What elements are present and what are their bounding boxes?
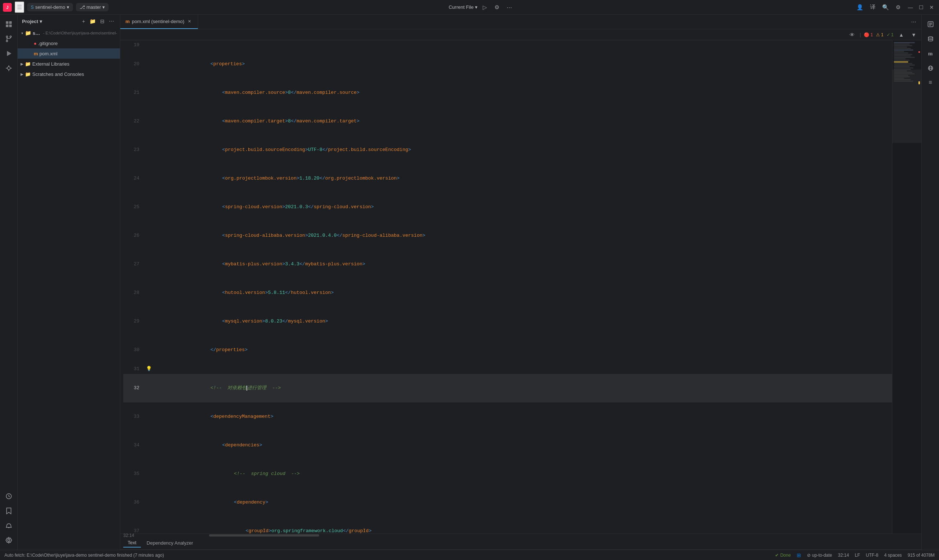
code-line-32: 32 <!-- 对依赖包进行管理 --> (123, 374, 892, 402)
line-text-25: <spring-cloud.version>2021.0.3</spring-c… (153, 193, 892, 222)
error-count[interactable]: 🔴 1 (864, 32, 873, 37)
tab-pom-xml[interactable]: m pom.xml (sentinel-demo) ✕ (120, 15, 198, 29)
code-content[interactable]: 19 20 <properties> 21 <m (120, 40, 892, 534)
activity-run[interactable] (2, 47, 15, 60)
title-bar-left: J ☰ S sentinel-demo ▾ ⎇ master ▾ (3, 2, 109, 13)
bottom-tab-dependency-label: Dependency Analyzer (147, 540, 193, 546)
activity-vcs[interactable] (2, 32, 15, 45)
search-button[interactable]: 🔍 (880, 3, 891, 12)
run-config-arrow: ▾ (475, 5, 478, 10)
status-position[interactable]: 32:14 (838, 553, 849, 558)
branch-selector[interactable]: ⎇ master ▾ (76, 3, 109, 11)
ln-21: 21 (123, 88, 145, 97)
line-text-24: <org.projectlombok.version>1.18.20</org.… (153, 164, 892, 193)
warning-count[interactable]: ⚠ 1 (876, 32, 883, 37)
hide-toolbar-button[interactable]: 👁 (847, 31, 857, 38)
menu-button[interactable]: ☰ (15, 2, 24, 13)
svg-rect-3 (9, 25, 12, 27)
bottom-tab-text[interactable]: Text (123, 538, 141, 548)
sidebar-item-scratches[interactable]: ▶ 📁 Scratches and Consoles (18, 69, 120, 79)
right-panel-structure[interactable]: ≡ (924, 76, 937, 89)
status-line-ending[interactable]: LF (855, 553, 860, 558)
ln-19: 19 (123, 40, 145, 50)
right-panel-notifications[interactable] (924, 18, 937, 31)
svg-rect-2 (6, 25, 8, 27)
code-line-20: 20 <properties> (123, 50, 892, 78)
line-text-22: <maven.compiler.target>8</maven.compiler… (153, 107, 892, 135)
code-line-19: 19 (123, 40, 892, 50)
status-uptodate[interactable]: ⊘ up-to-date (807, 553, 832, 558)
status-lines[interactable]: 915 of 4078M (908, 553, 934, 558)
minimize-button[interactable]: — (906, 3, 915, 12)
line-text-21: <maven.compiler.source>8</maven.compiler… (153, 78, 892, 107)
bottom-tabs: Text Dependency Analyzer (120, 537, 921, 550)
root-project-path: - E:\Code\Other\jiuye\java-demo\sentinel… (43, 31, 117, 35)
right-panel-maven[interactable]: m (924, 47, 937, 60)
root-arrow: ▾ (19, 31, 25, 35)
code-line-29: 29 <mysql.version>8.0.23</mysql.version> (123, 307, 892, 336)
check-count[interactable]: ✓ 1 (887, 32, 894, 37)
code-line-21: 21 <maven.compiler.source>8</maven.compi… (123, 78, 892, 107)
root-project-name: sentinel-demo (32, 31, 42, 36)
scratches-label: Scratches and Consoles (32, 71, 117, 77)
right-panel-db[interactable] (924, 32, 937, 45)
svg-point-6 (10, 36, 11, 37)
maven-icon: m (928, 51, 933, 57)
sidebar-title-group: Project ▾ (22, 19, 42, 24)
activity-notifications[interactable] (2, 519, 15, 532)
sidebar-item-pom[interactable]: m pom.xml (18, 48, 120, 58)
project-selector[interactable]: S sentinel-demo ▾ (27, 3, 73, 11)
run-config-selector[interactable]: Current File ▾ (449, 5, 478, 10)
new-folder-button[interactable]: 📁 (88, 18, 97, 25)
nav-down-button[interactable]: ▼ (909, 31, 919, 38)
svg-point-5 (6, 40, 8, 42)
debug-button[interactable]: ⚙ (492, 3, 501, 12)
ln-23: 23 (123, 145, 145, 155)
tab-close-button[interactable]: ✕ (187, 19, 193, 25)
ln-30: 30 (123, 345, 145, 355)
status-done[interactable]: ✔ Done (775, 553, 791, 558)
sidebar-root-item[interactable]: ▾ 📁 sentinel-demo - E:\Code\Other\jiuye\… (18, 28, 120, 38)
project-icon: S (31, 5, 34, 10)
code-line-22: 22 <maven.compiler.target>8</maven.compi… (123, 107, 892, 135)
horizontal-scrollbar-thumb[interactable] (209, 534, 319, 537)
status-windows[interactable]: ⊞ (797, 552, 801, 558)
title-bar: J ☰ S sentinel-demo ▾ ⎇ master ▾ Current… (0, 0, 939, 15)
error-count-label: 1 (870, 32, 873, 37)
line-text-28: <hutool.version>5.8.11</hutool.version> (153, 278, 892, 307)
close-button[interactable]: ✕ (927, 3, 936, 12)
sidebar-item-gitignore[interactable]: ● .gitignore (18, 38, 120, 48)
line-text-29: <mysql.version>8.0.23</mysql.version> (153, 307, 892, 336)
activity-project[interactable] (2, 18, 15, 31)
warning-icon: ⚠ (876, 32, 880, 37)
ln-indicator-31[interactable]: 💡 (145, 364, 153, 374)
translate-button[interactable]: 译 (868, 2, 878, 12)
profile-button[interactable]: 👤 (854, 3, 866, 12)
activity-debug[interactable] (2, 62, 15, 75)
dots-button[interactable]: ⋯ (108, 18, 116, 25)
code-editor[interactable]: 19 20 <properties> 21 <m (120, 40, 921, 534)
tab-more-button[interactable]: ⋯ (909, 18, 919, 26)
nav-up-button[interactable]: ▲ (896, 31, 906, 38)
settings-button[interactable]: ⚙ (894, 3, 903, 12)
activity-bookmark[interactable] (2, 504, 15, 517)
sidebar-content: ▾ 📁 sentinel-demo - E:\Code\Other\jiuye\… (18, 28, 120, 550)
run-button[interactable]: ▷ (481, 3, 489, 12)
right-panel-remote[interactable] (924, 62, 937, 75)
collapse-all-button[interactable]: ⊟ (99, 18, 106, 25)
bottom-tab-dependency[interactable]: Dependency Analyzer (142, 539, 197, 547)
new-file-button[interactable]: + (81, 18, 86, 25)
status-indent[interactable]: 4 spaces (884, 553, 902, 558)
bulb-icon[interactable]: 💡 (146, 364, 152, 374)
line-text-37: <groupId>org.springframework.cloud</grou… (153, 517, 892, 534)
activity-settings-bottom[interactable] (2, 534, 15, 547)
bottom-scrollbar[interactable]: 32:14 (120, 534, 921, 537)
sidebar-item-external-libs[interactable]: ▶ 📁 External Libraries (18, 58, 120, 69)
code-line-34: 34 <dependencies> (123, 431, 892, 460)
code-line-35: 35 <!-- spring cloud --> (123, 460, 892, 488)
status-encoding[interactable]: UTF-8 (866, 553, 879, 558)
more-button[interactable]: ⋯ (504, 3, 514, 12)
activity-history[interactable] (2, 490, 15, 503)
maximize-button[interactable]: ☐ (917, 3, 926, 12)
sidebar-title-arrow[interactable]: ▾ (40, 19, 42, 24)
